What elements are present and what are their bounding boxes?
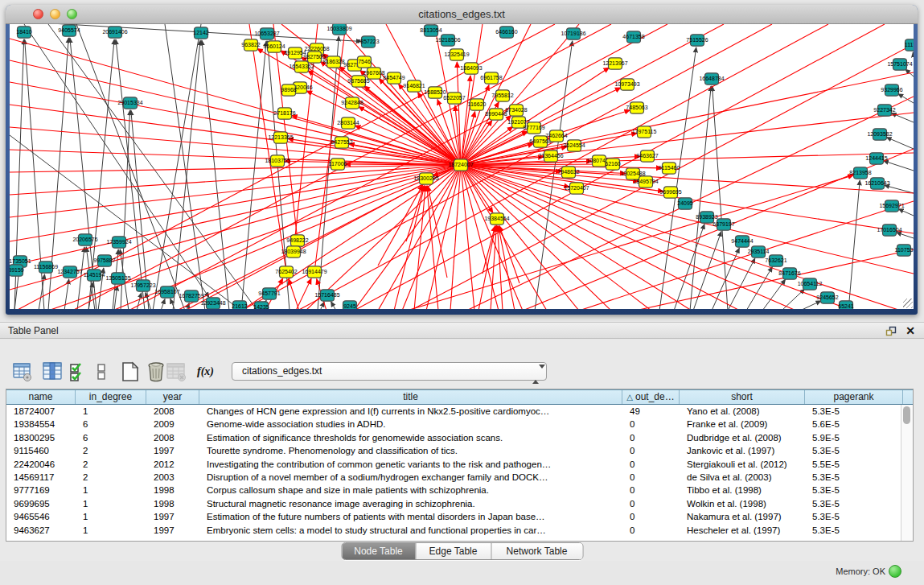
graph-node[interactable]: 10654112 xyxy=(798,278,823,290)
table-cell-in_degree[interactable]: 2 xyxy=(76,458,146,471)
table-cell-pagerank[interactable]: 5.3E-5 xyxy=(805,524,903,537)
graph-node[interactable]: 8427552 xyxy=(331,137,352,148)
graph-edge[interactable] xyxy=(886,138,914,149)
graph-node[interactable]: 10719186 xyxy=(561,28,585,39)
graph-edge[interactable] xyxy=(461,165,740,309)
table-row[interactable]: 2242004622012Investigating the contribut… xyxy=(6,458,913,471)
graph-node[interactable]: 4671358 xyxy=(622,31,644,43)
table-cell-out_degree[interactable]: 0 xyxy=(622,458,680,471)
graph-edge[interactable] xyxy=(848,180,860,309)
graph-edge[interactable] xyxy=(884,161,914,171)
graph-node[interactable]: 17359924 xyxy=(106,237,131,248)
graph-edge[interactable] xyxy=(320,302,324,309)
function-builder-button[interactable]: f(x) xyxy=(197,361,221,382)
graph-edge[interactable] xyxy=(173,40,200,309)
graph-node[interactable]: 9146821 xyxy=(403,80,425,92)
graph-node[interactable]: 9245 xyxy=(343,301,357,309)
graph-edge[interactable] xyxy=(116,39,145,309)
table-cell-out_degree[interactable]: 49 xyxy=(622,405,680,418)
table-cell-in_degree[interactable]: 1 xyxy=(76,405,146,418)
table-row[interactable]: 977716911998Corpus callosum shape and si… xyxy=(6,484,913,496)
graph-node[interactable]: 7515526 xyxy=(686,35,708,46)
graph-node[interactable]: 9115460 xyxy=(659,163,680,174)
delete-selected-button[interactable] xyxy=(146,361,166,382)
tab-node-table[interactable]: Node Table xyxy=(342,543,415,559)
table-row[interactable]: 946362711997Embryonic stem cells: a mode… xyxy=(6,524,913,537)
table-cell-out_degree[interactable]: 0 xyxy=(622,471,680,484)
graph-node[interactable]: 6734028 xyxy=(505,105,527,116)
table-cell-short[interactable]: Hescheler et al. (1997) xyxy=(680,524,805,537)
vertical-scrollbar[interactable] xyxy=(901,405,913,541)
table-cell-title[interactable]: Changes of HCN gene expression and I(f) … xyxy=(199,405,622,418)
graph-node[interactable]: 9474444 xyxy=(731,236,753,247)
table-cell-short[interactable]: Dudbridge et al. (2008) xyxy=(680,431,805,444)
graph-node[interactable]: 7546 xyxy=(358,56,372,68)
graph-node[interactable]: 12325419 xyxy=(444,49,469,60)
graph-edge[interactable] xyxy=(187,303,189,309)
graph-node[interactable]: 9329966 xyxy=(881,84,902,96)
table-cell-year[interactable]: 2003 xyxy=(146,471,199,484)
graph-edge[interactable] xyxy=(427,186,438,309)
graph-node[interactable]: 24095 xyxy=(677,198,693,209)
table-cell-in_degree[interactable]: 2 xyxy=(76,471,146,484)
table-cell-in_degree[interactable]: 1 xyxy=(76,524,146,537)
graph-node[interactable]: 14235 xyxy=(253,302,269,309)
graph-node[interactable]: 11156869 xyxy=(34,262,58,273)
table-cell-out_degree[interactable]: 0 xyxy=(622,497,680,510)
column-header-name[interactable]: name xyxy=(6,390,76,404)
table-cell-year[interactable]: 1997 xyxy=(146,510,199,523)
table-cell-year[interactable]: 1997 xyxy=(146,444,199,457)
graph-node[interactable]: 6466160 xyxy=(495,27,517,38)
table-row[interactable]: 1872400712008Changes of HCN gene express… xyxy=(6,405,913,418)
graph-node[interactable]: 8813054 xyxy=(420,25,441,36)
graph-node[interactable]: 12342757 xyxy=(57,266,82,278)
graph-node[interactable]: 7955812 xyxy=(491,90,513,101)
graph-edge[interactable] xyxy=(10,105,461,165)
table-cell-short[interactable]: Nakamura et al. (1997) xyxy=(680,510,805,523)
table-cell-pagerank[interactable]: 5.9E-5 xyxy=(805,431,903,444)
table-cell-year[interactable]: 2008 xyxy=(146,431,199,444)
graph-node[interactable]: 9975887 xyxy=(93,255,115,266)
graph-edge[interactable] xyxy=(153,24,201,309)
graph-node[interactable]: 16648784 xyxy=(699,73,724,84)
table-cell-out_degree[interactable]: 0 xyxy=(622,524,680,537)
table-cell-in_degree[interactable]: 1 xyxy=(76,510,146,523)
column-header-in_degree[interactable]: in_degree xyxy=(76,390,146,404)
graph-edge[interactable] xyxy=(48,24,257,309)
table-cell-pagerank[interactable]: 5.3E-5 xyxy=(805,471,903,484)
graph-edge[interactable] xyxy=(241,41,266,309)
table-cell-title[interactable]: Structural magnetic resonance image aver… xyxy=(199,497,622,510)
graph-node[interactable]: 62160 xyxy=(605,159,621,170)
graph-edge[interactable] xyxy=(498,226,503,309)
graph-edge[interactable] xyxy=(48,165,461,309)
table-cell-title[interactable]: Estimation of the future numbers of pati… xyxy=(199,510,622,523)
table-row[interactable]: 946554611997Estimation of the future num… xyxy=(6,510,913,523)
table-cell-out_degree[interactable]: 0 xyxy=(622,444,680,457)
graph-edge[interactable] xyxy=(800,301,821,309)
table-cell-pagerank[interactable]: 5.3E-5 xyxy=(805,444,903,457)
graph-node[interactable]: 9875685 xyxy=(347,76,369,87)
graph-node[interactable]: 98968 xyxy=(281,84,297,96)
graph-node[interactable]: 18410 xyxy=(16,27,32,38)
graph-node[interactable]: 15720407 xyxy=(564,183,589,194)
column-visibility-button[interactable] xyxy=(43,361,64,382)
table-cell-title[interactable]: Estimation of significance thresholds fo… xyxy=(199,431,622,444)
resize-grip-icon[interactable] xyxy=(903,299,913,308)
minimize-traffic-light-icon[interactable] xyxy=(50,9,60,19)
graph-node[interactable]: 6879197 xyxy=(713,219,734,230)
table-cell-title[interactable]: Investigating the contribution of common… xyxy=(199,458,622,471)
table-cell-name[interactable]: 19384554 xyxy=(6,418,76,431)
table-cell-name[interactable]: 9699695 xyxy=(6,497,76,510)
table-cell-pagerank[interactable]: 5.3E-5 xyxy=(805,484,903,496)
graph-node[interactable]: 17957223 xyxy=(130,280,155,291)
table-cell-short[interactable]: Stergiakouli et al. (2012) xyxy=(680,458,805,471)
table-cell-name[interactable]: 9463627 xyxy=(6,524,76,537)
table-cell-title[interactable]: Genome-wide association studies in ADHD. xyxy=(199,418,622,431)
table-row[interactable]: 1938455462009Genome-wide association stu… xyxy=(6,418,913,431)
graph-node[interactable]: 2935114 xyxy=(748,246,770,257)
graph-node[interactable]: 963822 xyxy=(241,39,260,51)
table-cell-title[interactable]: Disruption of a novel member of a sodium… xyxy=(199,471,622,484)
create-table-button[interactable] xyxy=(120,361,141,382)
graph-node[interactable]: 15751074 xyxy=(887,59,912,70)
graph-node[interactable]: 20691406 xyxy=(102,27,127,38)
